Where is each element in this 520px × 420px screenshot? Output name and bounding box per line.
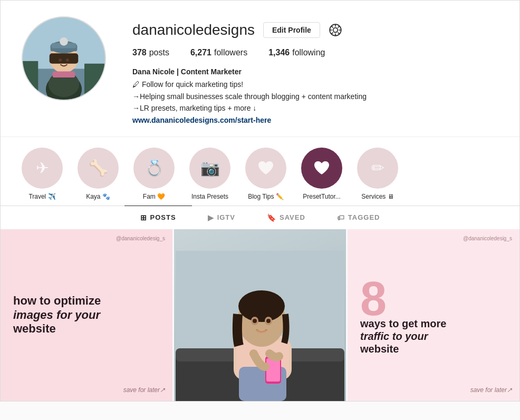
svg-rect-2 bbox=[23, 61, 38, 100]
highlight-circle-blog bbox=[245, 148, 286, 189]
highlight-circle-kaya: 🦴 bbox=[78, 148, 119, 189]
username: dananicoledesigns bbox=[132, 22, 255, 38]
post2-photo bbox=[174, 229, 346, 401]
travel-icon: ✈ bbox=[36, 159, 49, 177]
posts-label: posts bbox=[149, 48, 169, 57]
svg-line-22 bbox=[338, 33, 339, 34]
svg-line-21 bbox=[331, 26, 333, 27]
tab-saved[interactable]: 🔖 SAVED bbox=[251, 206, 321, 229]
highlights-section: ✈ Travel ✈️ 🦴 Kaya 🐾 💍 Fam 🧡 bbox=[1, 136, 519, 206]
saved-tab-icon: 🔖 bbox=[267, 213, 276, 222]
highlight-kaya[interactable]: 🦴 Kaya 🐾 bbox=[78, 148, 119, 200]
bio-link[interactable]: www.dananicoledesigns.com/start-here bbox=[132, 116, 271, 124]
heart-filled-icon bbox=[312, 159, 331, 178]
bio-line2: →Helping small businesses scale through … bbox=[132, 91, 498, 102]
posts-grid: @dananicoledesig_s how to optimize image… bbox=[1, 229, 519, 401]
svg-rect-3 bbox=[84, 64, 105, 100]
post1-title-line3: website bbox=[13, 322, 56, 335]
highlight-label-services: Services 🖥 bbox=[361, 193, 393, 200]
followers-label: followers bbox=[214, 48, 247, 57]
tabs-row: ⊞ POSTS ▶ IGTV 🔖 SAVED 🏷 TAGGED bbox=[1, 206, 519, 229]
highlight-preset-tutor[interactable]: PresetTutor... bbox=[301, 148, 342, 200]
profile-info: dananicoledesigns Edit Profile bbox=[132, 16, 498, 126]
posts-tab-icon: ⊞ bbox=[140, 213, 147, 222]
page-wrapper: dananicoledesigns Edit Profile bbox=[0, 0, 520, 402]
posts-count: 378 bbox=[132, 48, 147, 57]
following-count: 1,346 bbox=[268, 48, 290, 57]
highlight-fam[interactable]: 💍 Fam 🧡 bbox=[133, 148, 175, 200]
highlight-label-fam: Fam 🧡 bbox=[143, 193, 165, 200]
highlight-services[interactable]: ✏ Services 🖥 bbox=[357, 148, 398, 200]
post1-title-line2: images for your bbox=[13, 308, 100, 321]
tab-igtv-label: IGTV bbox=[217, 213, 235, 221]
following-label: following bbox=[292, 48, 325, 57]
highlight-label-blog: Blog Tips ✏️ bbox=[248, 193, 284, 200]
followers-stat[interactable]: 6,271 followers bbox=[190, 48, 247, 57]
tabs-section: ⊞ POSTS ▶ IGTV 🔖 SAVED 🏷 TAGGED bbox=[1, 206, 519, 229]
bio-section: Dana Nicole | Content Marketer 🖊 Follow … bbox=[132, 66, 498, 126]
stats-row: 378 posts 6,271 followers 1,346 followin… bbox=[132, 48, 498, 57]
svg-rect-11 bbox=[50, 53, 79, 64]
person-svg bbox=[176, 251, 344, 401]
highlights-row: ✈ Travel ✈️ 🦴 Kaya 🐾 💍 Fam 🧡 bbox=[22, 148, 498, 200]
highlight-label-travel: Travel ✈️ bbox=[28, 193, 55, 200]
svg-line-24 bbox=[331, 33, 333, 34]
svg-rect-14 bbox=[53, 71, 75, 77]
post-item-1[interactable]: @dananicoledesig_s how to optimize image… bbox=[1, 229, 172, 401]
igtv-tab-icon: ▶ bbox=[208, 213, 214, 222]
following-stat[interactable]: 1,346 following bbox=[268, 48, 325, 57]
tab-tagged[interactable]: 🏷 TAGGED bbox=[321, 206, 396, 229]
post1-watermark: @dananicoledesig_s bbox=[116, 236, 165, 241]
svg-point-12 bbox=[59, 58, 62, 62]
svg-rect-39 bbox=[266, 358, 280, 382]
post1-title-line1: how to optimize bbox=[13, 294, 101, 307]
post1-save: save for later↗ bbox=[123, 386, 165, 394]
svg-point-36 bbox=[253, 319, 257, 323]
post3-title-line2: traffic to your bbox=[360, 330, 428, 342]
post3-save: save for later↗ bbox=[470, 386, 512, 394]
avatar bbox=[22, 16, 106, 101]
profile-header: dananicoledesigns Edit Profile bbox=[1, 1, 519, 136]
bio-line1: 🖊 Follow for quick marketing tips! bbox=[132, 79, 498, 90]
tab-igtv[interactable]: ▶ IGTV bbox=[192, 206, 251, 229]
svg-point-13 bbox=[66, 58, 69, 62]
fam-icon: 💍 bbox=[145, 159, 164, 177]
tab-posts-label: POSTS bbox=[150, 213, 176, 221]
svg-point-10 bbox=[60, 37, 68, 46]
highlight-label-preset: PresetTutor... bbox=[303, 193, 341, 200]
svg-point-33 bbox=[238, 290, 285, 322]
heart-icon bbox=[256, 159, 275, 178]
tab-saved-label: SAVED bbox=[280, 213, 305, 221]
edit-profile-button[interactable]: Edit Profile bbox=[263, 22, 320, 38]
tagged-tab-icon: 🏷 bbox=[337, 213, 345, 222]
highlight-circle-preset bbox=[301, 148, 342, 189]
highlight-blog-tips[interactable]: Blog Tips ✏️ bbox=[245, 148, 286, 200]
post1-title: how to optimize images for your website bbox=[13, 294, 101, 336]
post-item-2[interactable] bbox=[174, 229, 346, 401]
highlight-label-insta: Insta Presets bbox=[191, 193, 228, 200]
post3-number: 8 bbox=[360, 275, 387, 323]
services-icon: ✏ bbox=[371, 159, 384, 177]
profile-top-row: dananicoledesigns Edit Profile bbox=[132, 22, 498, 38]
highlight-label-kaya: Kaya 🐾 bbox=[86, 193, 110, 200]
post3-title-line1: ways to get more bbox=[360, 318, 446, 329]
post-item-3[interactable]: @dananicoledesig_s 8 ways to get more tr… bbox=[348, 229, 519, 401]
svg-point-16 bbox=[333, 28, 338, 33]
highlight-circle-fam: 💍 bbox=[133, 148, 175, 189]
highlight-insta-presets[interactable]: 📷 Insta Presets bbox=[189, 148, 230, 200]
highlight-circle-travel: ✈ bbox=[22, 148, 63, 189]
tab-posts[interactable]: ⊞ POSTS bbox=[124, 206, 192, 229]
settings-icon[interactable] bbox=[329, 23, 342, 37]
bio-line3: →LR presets, marketing tips + more ↓ bbox=[132, 102, 498, 114]
post3-title: ways to get more traffic to your website bbox=[360, 317, 446, 355]
highlight-circle-services: ✏ bbox=[357, 148, 398, 189]
bio-name: Dana Nicole | Content Marketer bbox=[132, 66, 498, 77]
tab-tagged-label: TAGGED bbox=[348, 213, 380, 221]
svg-line-23 bbox=[338, 26, 339, 27]
posts-stat: 378 posts bbox=[132, 48, 169, 57]
svg-point-37 bbox=[266, 319, 271, 323]
insta-icon: 📷 bbox=[200, 159, 220, 177]
post3-title-line3: website bbox=[360, 343, 399, 355]
highlight-travel[interactable]: ✈ Travel ✈️ bbox=[22, 148, 63, 200]
followers-count: 6,271 bbox=[190, 48, 211, 57]
